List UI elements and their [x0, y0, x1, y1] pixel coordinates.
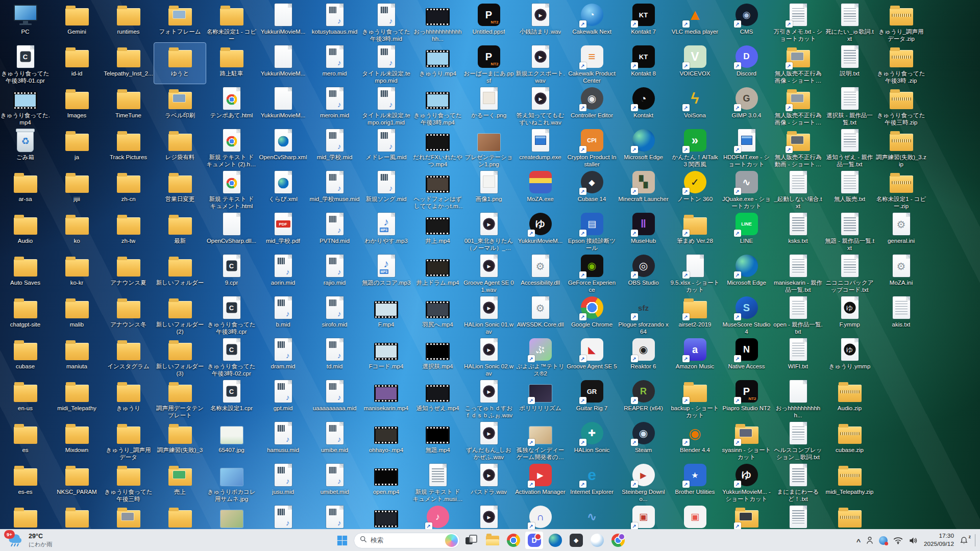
desktop-icon[interactable]: ゆきゅうり.ymmp: [824, 336, 875, 377]
desktop-icon[interactable]: ∿: [566, 503, 618, 530]
desktop-icon[interactable]: Fコード.mp4: [360, 336, 412, 377]
desktop-icon[interactable]: 死にたい_ゅ歌詞.txt: [824, 1, 875, 42]
desktop-icon[interactable]: 路上駐車: [206, 43, 257, 84]
desktop-icon[interactable]: ♪kotusytuaaus.mid: [309, 1, 360, 42]
desktop-icon[interactable]: Audio: [0, 210, 51, 251]
desktop-icon[interactable]: きゅうり食ってた午後3時 .zip: [875, 43, 927, 84]
desktop-icon[interactable]: C9.cpr: [206, 252, 257, 293]
desktop-icon[interactable]: ↗Microsoft Edge: [618, 127, 669, 167]
desktop-icon[interactable]: きゅうり食ってた午後3時.mp4: [412, 85, 463, 126]
desktop-icon[interactable]: sfz↗Plogue sforzando x64: [618, 294, 669, 335]
desktop-icon[interactable]: きゅうり_調声用データ.zip: [875, 1, 927, 42]
desktop-icon[interactable]: きゅうり食ってた午後三時: [103, 461, 154, 502]
desktop-icon[interactable]: くらび.xml: [257, 168, 309, 209]
desktop-icon[interactable]: OpenCvSharp.xml: [257, 127, 309, 167]
desktop-icon[interactable]: きゅうり食ってた午後三時.zip: [875, 85, 927, 126]
desktop-icon[interactable]: ↗airset2-2019: [669, 294, 721, 335]
desktop-icon[interactable]: open - 親作品一覧.txt: [772, 294, 824, 335]
desktop-icon[interactable]: »↗かんたん！AITalk 3 関西風: [669, 127, 721, 167]
desktop-icon[interactable]: WIFI.txt: [772, 336, 824, 377]
desktop-icon[interactable]: ↗無人販売不正行為動画 - ショートカット: [772, 127, 824, 167]
tray-app-sphere-icon[interactable]: [879, 536, 888, 545]
desktop-icon[interactable]: きゅうり: [103, 378, 154, 418]
desktop-icon[interactable]: open.mp4: [360, 461, 412, 502]
desktop-icon[interactable]: midi_Telepathy: [51, 378, 103, 418]
desktop-icon[interactable]: ▤↗Epson 接続診断ツール: [566, 210, 618, 251]
desktop-icon[interactable]: 調声練習(失敗)_3.zip: [875, 127, 927, 167]
notification-bell-icon[interactable]: z: [960, 536, 968, 545]
desktop-icon[interactable]: ↗Google Chrome: [566, 294, 618, 335]
desktop-icon[interactable]: ◉↗GeForce Experience: [566, 252, 618, 293]
desktop-icon[interactable]: ♪: [257, 503, 309, 530]
start-button[interactable]: [333, 531, 352, 549]
taskbar-app-chrome[interactable]: [504, 531, 523, 549]
desktop-icon[interactable]: _起動しない場合.txt: [772, 168, 824, 209]
desktop-icon[interactable]: ヘッドフォンはずしててよかっt.mp4: [412, 168, 463, 209]
desktop-icon[interactable]: ゆF.ymmp: [824, 294, 875, 335]
desktop-icon[interactable]: ✓↗ノートン 360: [669, 168, 721, 209]
volume-icon[interactable]: [909, 537, 918, 544]
desktop-icon[interactable]: ゆうと: [154, 43, 206, 84]
taskbar-app-edge[interactable]: [546, 531, 565, 549]
desktop-icon[interactable]: 新規 テキスト ドキュメント (2).html: [206, 127, 257, 167]
desktop-icon[interactable]: ▚↗Minecraft Launcher: [618, 168, 669, 209]
desktop-icon[interactable]: Track Pictures: [103, 127, 154, 167]
desktop-icon[interactable]: ▶新規エクスポート.wav: [514, 43, 566, 84]
desktop-icon[interactable]: Cきゅうり食ってた午後3時-01.cpr: [0, 43, 51, 84]
desktop-icon[interactable]: ▶HALion Sonic 01.wav: [463, 294, 514, 335]
copilot-icon[interactable]: [445, 534, 458, 547]
desktop-icon[interactable]: LINE↗LINE: [721, 210, 772, 251]
desktop-icon[interactable]: アナウンス夏: [103, 252, 154, 293]
desktop-icon[interactable]: 調声用データテンプレート: [154, 378, 206, 418]
desktop-icon[interactable]: en-us: [0, 378, 51, 418]
desktop-icon[interactable]: chatgpt-site: [0, 294, 51, 335]
desktop-icon[interactable]: [824, 503, 875, 530]
desktop-icon[interactable]: ksks.txt: [772, 210, 824, 251]
desktop-icon[interactable]: 新しいフォルダー: [154, 252, 206, 293]
desktop-icon[interactable]: ⚙general.ini: [875, 210, 927, 251]
taskbar-app-discord[interactable]: D: [525, 531, 544, 549]
desktop-icon[interactable]: ♪新規ソング.mid: [360, 168, 412, 209]
desktop-icon[interactable]: ヘルスコンプレッション＿歌詞.txt: [772, 419, 824, 460]
desktop-icon[interactable]: レジ袋有料: [154, 127, 206, 167]
desktop-icon[interactable]: CPI↗Crypton Product Installer: [566, 127, 618, 167]
desktop-icon[interactable]: きゅうりボカコレ用サムネ.jpg: [206, 461, 257, 502]
desktop-icon[interactable]: PNT2↗Piapro Studio NT2: [721, 378, 772, 418]
desktop-icon[interactable]: ♪hamusu.mid: [257, 419, 309, 460]
desktop-icon[interactable]: ♪mero.mid: [309, 43, 360, 84]
desktop-icon[interactable]: 65407.jpg: [206, 419, 257, 460]
desktop-icon[interactable]: malib: [51, 294, 103, 335]
desktop-icon[interactable]: ♪タイトル未設定.tempo.orig1.mid: [360, 85, 412, 126]
desktop-icon[interactable]: 新しいフォルダー (3): [154, 336, 206, 377]
desktop-icon[interactable]: ▶↗Steinberg Downlo...: [618, 461, 669, 502]
desktop-icon[interactable]: ◉↗Controller Editor: [566, 85, 618, 126]
desktop-icon[interactable]: PC: [0, 1, 51, 42]
desktop-icon[interactable]: ◎↗OBS Studio: [618, 252, 669, 293]
desktop-icon[interactable]: zh-tw: [103, 210, 154, 251]
taskbar-app-cubase[interactable]: ◆: [567, 531, 585, 549]
desktop-icon[interactable]: S↗MuseScore Studio 4: [721, 294, 772, 335]
desktop-icon[interactable]: ▲↗VLC media player: [669, 1, 721, 42]
desktop-icon[interactable]: 通知うぜえ - 親作品一覧.txt: [824, 127, 875, 167]
desktop-icon[interactable]: ▶001_東北きりたん（ノーマル）_今じゃ...: [463, 210, 514, 251]
desktop-icon[interactable]: おっhhhhhhhhhhhhh...: [412, 1, 463, 42]
desktop-icon[interactable]: かるーく.png: [463, 85, 514, 126]
desktop-icon[interactable]: maniuta: [51, 336, 103, 377]
desktop-icon[interactable]: ↗syasinn - ショートカット: [721, 419, 772, 460]
desktop-icon[interactable]: R↗REAPER (x64): [618, 378, 669, 418]
desktop-icon[interactable]: 新しいフォルダー (2): [154, 294, 206, 335]
desktop-icon[interactable]: cubase.zip: [824, 419, 875, 460]
desktop-icon[interactable]: ↗: [721, 503, 772, 530]
desktop-icon[interactable]: ▶答え知っててもむずいねこれ.wav: [514, 85, 566, 126]
desktop-icon[interactable]: ♪タイトル未設定.tempo.mid: [360, 43, 412, 84]
desktop-icon[interactable]: ▶↗Activation Manager: [514, 461, 566, 502]
desktop-icon[interactable]: jijii: [51, 168, 103, 209]
desktop-icon[interactable]: ◉↗Steam: [618, 419, 669, 460]
desktop-icon[interactable]: V↗VOICEVOX: [669, 43, 721, 84]
desktop-icon[interactable]: ✚↗HALion Sonic: [566, 419, 618, 460]
desktop-icon[interactable]: ◉↗Blender 4.4: [669, 419, 721, 460]
desktop-icon[interactable]: ◔↗Cakewalk Next: [566, 1, 618, 42]
desktop-icon[interactable]: ♪MP3無題のスコア.mp3: [360, 252, 412, 293]
desktop-icon[interactable]: ↗Microsoft Edge: [721, 252, 772, 293]
desktop-icon[interactable]: Auto Saves: [0, 252, 51, 293]
